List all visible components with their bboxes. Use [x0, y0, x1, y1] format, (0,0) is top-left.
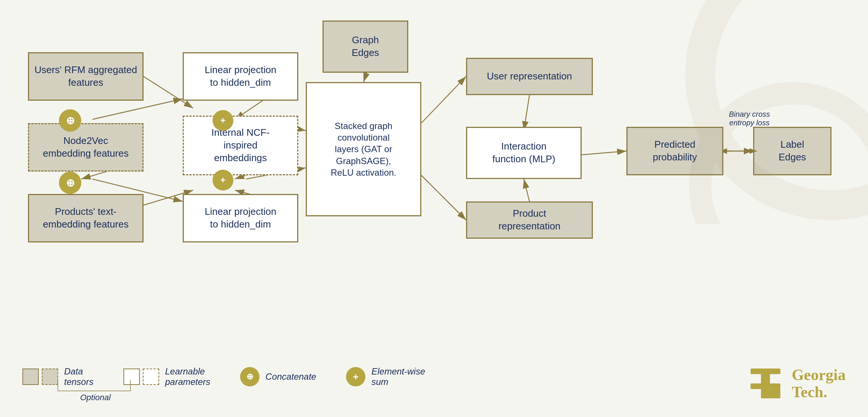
interaction-fn-box: Interactionfunction (MLP) [466, 127, 582, 179]
svg-rect-33 [751, 383, 764, 389]
ncf-embeddings-box: Internal NCF-inspiredembeddings [183, 116, 298, 175]
product-repr-label: Productrepresentation [499, 207, 560, 233]
ncf-embeddings-label: Internal NCF-inspiredembeddings [211, 126, 270, 164]
svg-rect-35 [770, 389, 780, 398]
legend-solid-gray-box [22, 369, 39, 385]
graph-edges-box: GraphEdges [323, 21, 408, 73]
svg-line-3 [92, 99, 183, 119]
graph-edges-label: GraphEdges [352, 34, 379, 59]
users-rfm-label: Users' RFM aggregated features [29, 64, 142, 89]
gt-text: Georgia Tech. [792, 366, 846, 401]
interaction-fn-label: Interactionfunction (MLP) [492, 140, 555, 166]
products-text-box: Products' text-embedding features [28, 194, 144, 242]
svg-line-15 [421, 76, 466, 123]
users-rfm-box: Users' RFM aggregated features [28, 52, 144, 101]
sum-circle-top: + [213, 110, 233, 131]
bg-decoration [644, 0, 868, 224]
stacked-gcn-label: Stacked graphconvolutionallayers (GAT or… [331, 120, 396, 178]
legend-concatenate-label: Concatenate [265, 371, 316, 382]
legend-concat-circle: ⊕ [240, 367, 260, 386]
product-repr-box: Productrepresentation [466, 201, 593, 239]
legend-sum-circle: + [346, 367, 365, 386]
gt-logo: Georgia Tech. [747, 365, 846, 402]
svg-rect-34 [770, 383, 780, 389]
gt-emblem-icon [747, 365, 784, 402]
user-repr-box: User representation [466, 58, 593, 95]
svg-line-17 [524, 95, 529, 131]
diagram-container: Users' RFM aggregated features Node2Vece… [0, 0, 868, 417]
linear-proj-top-label: Linear projectionto hidden_dim [205, 64, 276, 89]
svg-text:Optional: Optional [80, 393, 111, 402]
svg-line-18 [524, 179, 529, 201]
node2vec-box: Node2Vecembedding features [28, 123, 144, 172]
linear-proj-bot-label: Linear projectionto hidden_dim [205, 206, 276, 231]
legend-elementwise: + Element-wisesum [346, 366, 425, 387]
svg-line-16 [421, 175, 466, 220]
optional-bracket-svg: Optional [37, 376, 224, 406]
linear-proj-top-box: Linear projectionto hidden_dim [183, 52, 298, 101]
legend-elementwise-label: Element-wisesum [371, 366, 425, 387]
node2vec-label: Node2Vecembedding features [43, 135, 129, 160]
linear-proj-bot-box: Linear projectionto hidden_dim [183, 194, 298, 242]
products-text-label: Products' text-embedding features [43, 206, 129, 231]
stacked-gcn-box: Stacked graphconvolutionallayers (GAT or… [306, 82, 421, 216]
sum-circle-bottom: + [213, 170, 233, 191]
concat-circle-bottom: ⊕ [59, 172, 81, 194]
legend-concatenate: ⊕ Concatenate [240, 367, 316, 386]
gt-line1: Georgia [792, 366, 846, 383]
svg-line-19 [582, 151, 626, 155]
user-repr-label: User representation [487, 70, 572, 83]
gt-line2: Tech. [792, 383, 846, 401]
concat-circle-top: ⊕ [59, 109, 81, 132]
